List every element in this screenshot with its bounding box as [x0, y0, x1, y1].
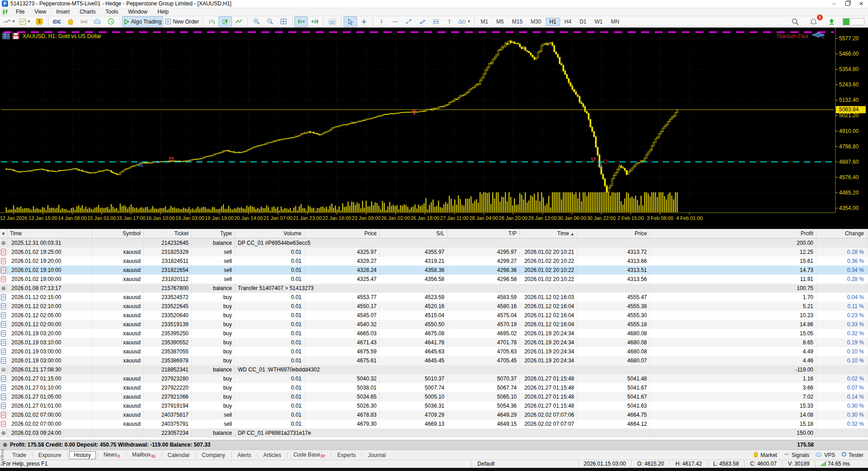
- deposit-button[interactable]: $: [33, 16, 46, 27]
- tab-news[interactable]: News2: [99, 451, 124, 459]
- column-header-tp[interactable]: T/P: [448, 229, 520, 238]
- deal-row[interactable]: 2026.01.02 19:00:00xauusd231820112sell0.…: [0, 275, 868, 284]
- signals-button[interactable]: [77, 16, 91, 27]
- timeframe-mn[interactable]: MN: [607, 18, 623, 26]
- zoom-in-button[interactable]: [250, 16, 263, 27]
- auto-scroll-button[interactable]: [294, 16, 308, 27]
- menu-file[interactable]: File: [11, 8, 29, 16]
- timeframe-w1[interactable]: W1: [591, 18, 606, 26]
- timeframe-d1[interactable]: D1: [576, 18, 590, 26]
- tab-exposure[interactable]: Exposure: [34, 452, 66, 459]
- timeframe-m5[interactable]: M5: [493, 18, 508, 26]
- tab-journal[interactable]: Journal: [363, 452, 390, 459]
- panel-button-tester[interactable]: Tester: [841, 452, 863, 458]
- tab-alerts[interactable]: Alerts: [233, 452, 256, 459]
- notifications-button[interactable]: 1: [807, 16, 820, 27]
- zoom-out-button[interactable]: [263, 16, 277, 27]
- menu-view[interactable]: View: [29, 8, 51, 16]
- deal-row[interactable]: 2026.01.02 19:20:00xauusd231824511sell0.…: [0, 257, 868, 266]
- screenshot-button[interactable]: [326, 16, 339, 27]
- profile-name[interactable]: Default: [472, 461, 578, 467]
- tab-experts[interactable]: Experts: [333, 452, 360, 459]
- horizontal-line-tool[interactable]: [388, 16, 402, 27]
- deal-row[interactable]: 2026.01.12 02:10:00xauusd233522645buy0.0…: [0, 302, 868, 311]
- market-button[interactable]: [64, 16, 77, 27]
- restore-button[interactable]: [841, 0, 854, 8]
- line-chart-button[interactable]: [232, 16, 245, 27]
- column-header-type[interactable]: Type: [192, 229, 235, 238]
- balance-row[interactable]: ⊕ 2026.01.08 07:13:17215767800balanceTra…: [0, 284, 868, 293]
- bar-chart-button[interactable]: [205, 16, 218, 27]
- minimize-button[interactable]: ─: [827, 0, 841, 8]
- deal-row[interactable]: 2026.01.19 03:00:00xauusd235387055buy0.0…: [0, 347, 868, 356]
- tab-history[interactable]: History: [69, 451, 96, 459]
- timeframe-m30[interactable]: M30: [527, 18, 545, 26]
- channel-tool[interactable]: [415, 16, 429, 27]
- column-header-ticket[interactable]: Ticket: [144, 229, 192, 238]
- fibonacci-tool[interactable]: [429, 16, 443, 27]
- shapes-tool-dropdown[interactable]: ▼: [456, 16, 472, 27]
- tile-windows-button[interactable]: [277, 16, 290, 27]
- tab-mailbox[interactable]: Mailbox11: [127, 451, 160, 459]
- panel-button-vps[interactable]: VPS: [816, 452, 835, 458]
- panel-button-market[interactable]: Market: [753, 452, 777, 459]
- chart-canvas[interactable]: 5577.205466.005354.805243.605132.405021.…: [0, 28, 868, 229]
- tab-trade[interactable]: Trade: [8, 452, 31, 459]
- timeframe-h1[interactable]: H1: [546, 18, 560, 26]
- close-toolbox-button[interactable]: ×: [0, 229, 7, 238]
- deal-row[interactable]: 2026.01.27 01:10:00xauusd237922220buy0.0…: [0, 383, 868, 392]
- tab-company[interactable]: Company: [198, 452, 230, 459]
- column-header-symbol[interactable]: Symbol: [92, 229, 144, 238]
- deal-row[interactable]: 2026.01.27 01:15:00xauusd237923280buy0.0…: [0, 374, 868, 383]
- menu-tools[interactable]: Tools: [101, 8, 123, 16]
- crosshair-tool-button[interactable]: [357, 16, 371, 27]
- balance-row[interactable]: ⊖ 2026.01.21 17:08:30218852341balanceWD …: [0, 365, 868, 374]
- deal-row[interactable]: 2026.02.02 07:00:00xauusd240375817sell0.…: [0, 410, 868, 419]
- ide-button[interactable]: IDE: [50, 16, 64, 27]
- column-header-volume[interactable]: Volume: [235, 229, 305, 238]
- tab-articles[interactable]: Articles: [259, 452, 286, 459]
- menu-charts[interactable]: Charts: [75, 8, 100, 16]
- chart-shift-button[interactable]: [308, 16, 321, 27]
- toolbox-vertical-label[interactable]: Toolbox: [0, 447, 5, 468]
- deal-row[interactable]: 2026.01.27 01:05:00xauusd237921066buy0.0…: [0, 392, 868, 401]
- menu-insert[interactable]: Insert: [51, 8, 75, 16]
- column-header-profit-2[interactable]: Profit: [650, 229, 816, 238]
- deal-row[interactable]: 2026.01.02 19:25:00xauusd231825329sell0.…: [0, 247, 868, 257]
- trendline-tool[interactable]: [402, 16, 415, 27]
- panel-button-signals[interactable]: Signals: [783, 452, 809, 458]
- column-header-price[interactable]: Price: [305, 229, 380, 238]
- cursor-tool-button[interactable]: [344, 16, 357, 27]
- menu-help[interactable]: Help: [152, 8, 174, 16]
- deal-row[interactable]: 2026.01.19 03:20:00xauusd235395250buy0.0…: [0, 329, 868, 338]
- balance-row[interactable]: ⊕ 2025.12.31 00:03:31214232645balanceDP …: [0, 238, 868, 247]
- deal-row[interactable]: 2026.02.02 07:00:00xauusd240375791sell0.…: [0, 419, 868, 428]
- update-button[interactable]: [825, 16, 838, 27]
- text-tool[interactable]: T: [443, 16, 456, 27]
- column-header-time-2[interactable]: Time ▲: [520, 229, 577, 238]
- new-order-button[interactable]: New Order: [163, 16, 201, 27]
- menu-window[interactable]: Window: [123, 8, 153, 16]
- candlestick-chart-button[interactable]: [218, 16, 232, 27]
- column-header-sl[interactable]: S/L: [380, 229, 448, 238]
- deal-row[interactable]: 2026.01.19 03:00:00xauusd235386978buy0.0…: [0, 356, 868, 365]
- search-button[interactable]: [788, 16, 802, 27]
- chart-style-dropdown[interactable]: ▼: [2, 16, 17, 27]
- vps-button[interactable]: [91, 16, 104, 27]
- deal-row[interactable]: 2026.01.12 02:15:00xauusd233524572buy0.0…: [0, 293, 868, 302]
- timeframe-m1[interactable]: M1: [477, 18, 492, 26]
- tab-code-base[interactable]: Code Base37: [289, 451, 330, 459]
- balance-row[interactable]: ⊕ 2026.02.03 09:24:00223057234balanceDP …: [0, 428, 868, 438]
- algo-trading-button[interactable]: Algo Trading: [122, 16, 163, 27]
- timeframe-h4[interactable]: H4: [561, 18, 575, 26]
- vertical-line-tool[interactable]: [375, 16, 388, 27]
- deal-row[interactable]: 2026.01.19 03:10:00xauusd235390552buy0.0…: [0, 338, 868, 347]
- tab-calendar[interactable]: Calendar: [163, 452, 194, 459]
- column-header-change-2[interactable]: Change: [816, 229, 867, 238]
- deal-row[interactable]: 2026.01.02 19:10:00xauusd231822654sell0.…: [0, 266, 868, 275]
- deal-row[interactable]: 2026.01.12 02:00:00xauusd233519139buy0.0…: [0, 320, 868, 329]
- chart-profile-dropdown[interactable]: ▼: [17, 16, 33, 27]
- deal-row[interactable]: 2026.01.12 02:05:00xauusd233520640buy0.0…: [0, 311, 868, 320]
- column-header-time[interactable]: Time: [7, 229, 92, 238]
- close-button[interactable]: ✕: [854, 0, 868, 8]
